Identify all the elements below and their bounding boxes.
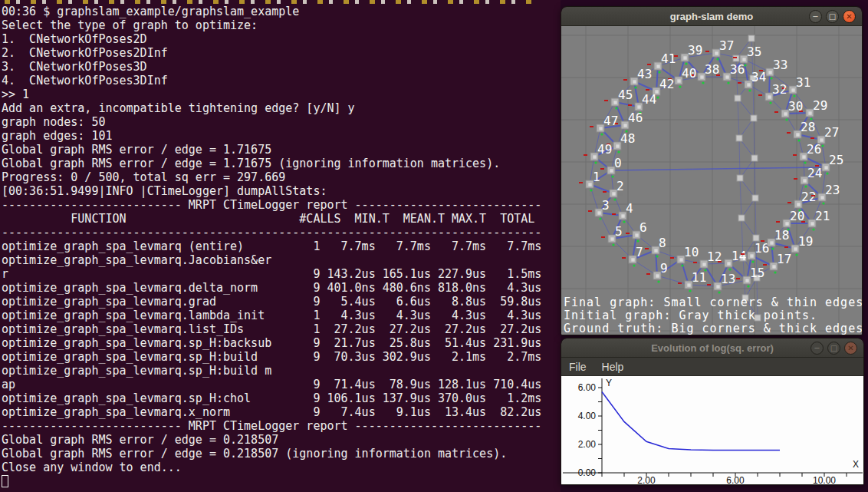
desktop: 00:36 $ graphslam_example/graphslam_exam… <box>0 0 868 492</box>
node-label: 37 <box>719 38 734 53</box>
error-plot-titlebar[interactable]: Evolution of log(sq. error) − □ ✕ <box>561 338 863 358</box>
red-marker <box>645 248 649 249</box>
red-marker <box>693 262 697 263</box>
terminal-output: 00:36 $ graphslam_example/graphslam_exam… <box>2 5 541 474</box>
green-marker <box>727 81 729 84</box>
terminal-line: FUNCTION #CALLS MIN.T MEAN.T MAX.T TOTAL <box>2 212 541 226</box>
error-plot-window-title: Evolution of log(sq. error) <box>651 342 774 354</box>
maximize-button[interactable]: □ <box>827 342 840 355</box>
green-marker <box>771 247 774 249</box>
red-marker <box>626 233 630 234</box>
node-label: 29 <box>813 98 827 113</box>
red-marker <box>811 195 815 196</box>
final-corner <box>802 155 806 159</box>
terminal-line: Global graph RMS error / edge = 1.71675 … <box>2 157 541 170</box>
final-corner <box>656 274 659 278</box>
green-marker <box>702 81 704 84</box>
close-button[interactable]: ✕ <box>843 10 856 23</box>
green-marker <box>617 150 620 153</box>
initial-point <box>751 115 757 121</box>
initial-edge <box>740 178 741 218</box>
green-marker <box>812 228 814 230</box>
error-plot-viewport[interactable]: 2.006.0010.000.002.004.006.00YX <box>561 376 863 484</box>
final-corner <box>588 183 592 187</box>
menu-help[interactable]: Help <box>594 358 632 376</box>
green-marker <box>797 139 800 141</box>
terminal-line: r 9 143.2us 165.1us 227.9us 1.5ms <box>2 267 541 281</box>
close-icon: ✕ <box>847 345 853 352</box>
green-marker <box>636 239 639 242</box>
red-marker <box>612 213 616 215</box>
minimize-button[interactable]: − <box>809 10 822 23</box>
final-corner <box>637 105 641 109</box>
node-label: 38 <box>705 62 719 77</box>
terminal-line: optimize_graph_spa_levmarq (entire) 1 7.… <box>2 239 541 253</box>
y-tick-label: 0.00 <box>578 467 597 478</box>
red-marker <box>787 202 791 203</box>
final-corner <box>677 79 681 83</box>
terminal-clipped-previous-line <box>0 0 533 4</box>
terminal-line: [00:36:51.9499|INFO |CTimeLogger] dumpAl… <box>2 184 541 198</box>
final-corner <box>631 258 635 262</box>
close-button[interactable]: ✕ <box>844 342 857 355</box>
red-marker <box>623 79 627 81</box>
final-corner <box>700 75 704 79</box>
red-marker <box>628 104 632 106</box>
node-label: 13 <box>721 272 735 286</box>
red-marker <box>600 168 604 170</box>
menu-bar: File Help <box>561 358 863 376</box>
legend-initial-graph: Initial graph: Gray thick points. <box>564 309 863 322</box>
green-marker <box>798 209 801 211</box>
x-tick-label: 2.00 <box>637 475 656 484</box>
initial-point <box>736 135 742 141</box>
node-label: 27 <box>824 125 839 140</box>
maximize-button[interactable]: □ <box>826 10 839 23</box>
final-corner <box>679 258 683 262</box>
red-marker <box>603 191 607 193</box>
node-label: 44 <box>642 92 656 107</box>
node-label: 7 <box>636 245 643 259</box>
initial-edge <box>738 98 739 138</box>
terminal-line: graph nodes: 50 <box>2 115 541 129</box>
node-label: 10 <box>684 245 699 259</box>
final-corner <box>702 263 706 266</box>
maximize-icon: □ <box>830 345 837 352</box>
red-marker <box>761 240 764 242</box>
tightening-edge <box>611 167 826 170</box>
node-label: 1 <box>593 170 600 184</box>
final-corner <box>597 211 601 215</box>
green-marker <box>785 118 787 121</box>
red-marker <box>678 282 682 284</box>
terminal-line: Global graph RMS error / edge = 0.218507 <box>2 433 541 447</box>
red-marker <box>736 278 740 279</box>
menu-file[interactable]: File <box>561 358 594 376</box>
green-marker <box>826 172 828 174</box>
red-marker <box>763 264 767 266</box>
node-label: 41 <box>661 51 676 66</box>
terminal-line: ap 9 71.4us 78.9us 128.1us 710.4us <box>2 378 541 391</box>
green-marker <box>804 161 806 163</box>
terminal-window[interactable]: 00:36 $ graphslam_example/graphslam_exam… <box>0 0 561 492</box>
green-marker <box>793 94 795 97</box>
red-marker <box>733 57 737 58</box>
terminal-line: 4. CNetworkOfPoses3DInf <box>2 74 541 88</box>
initial-point <box>753 235 759 241</box>
green-marker <box>613 198 616 200</box>
graph-edge-thin <box>590 184 599 213</box>
terminal-line: Progress: 0 / 500, total sq err = 297.66… <box>2 170 541 184</box>
terminal-line: 3. CNetworkOfPoses3D <box>2 60 541 74</box>
minimize-icon: − <box>812 13 818 21</box>
red-marker <box>718 261 722 263</box>
graph-3d-viewport[interactable]: 0123456789101112131415161718192021222324… <box>561 26 862 335</box>
terminal-line: optimize_graph_spa_levmarq.sp_H:backsub … <box>2 336 541 350</box>
final-corner <box>785 222 789 226</box>
green-marker <box>751 260 754 263</box>
red-marker <box>646 89 649 91</box>
final-corner <box>803 179 807 183</box>
minimize-button[interactable]: − <box>810 342 824 355</box>
node-label: 35 <box>747 45 761 59</box>
terminal-line: optimize_graph_spa_levmarq.delta_norm 9 … <box>2 281 541 295</box>
graph-render: 0123456789101112131415161718192021222324… <box>561 26 862 335</box>
legend-ground-truth: Ground truth: Big corners & thick edges <box>564 322 863 335</box>
graphslam-titlebar[interactable]: graph-slam demo − □ ✕ <box>561 7 862 26</box>
